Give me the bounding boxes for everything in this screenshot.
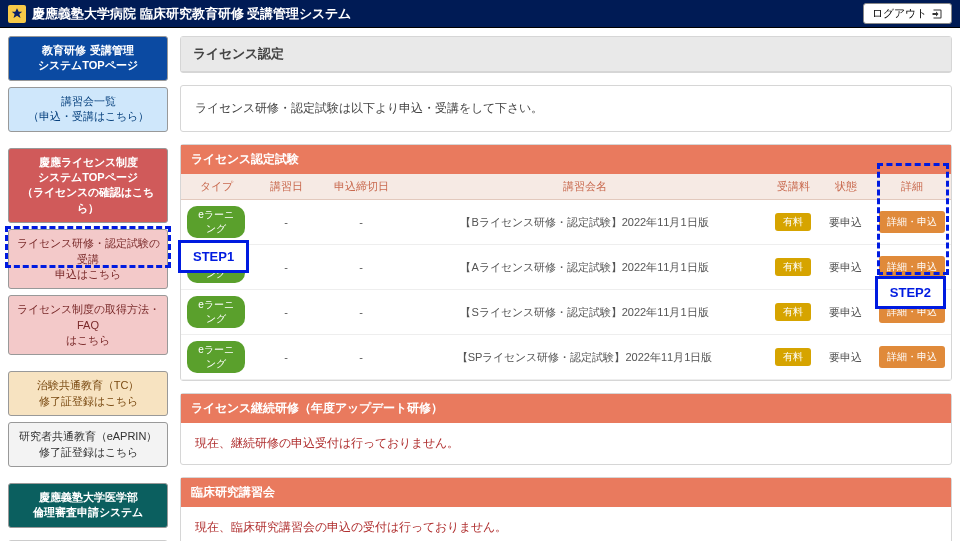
- section-clin-title: 臨床研究講習会: [181, 478, 951, 507]
- cell-name: 【Sライセンス研修・認定試験】2022年11月1日版: [401, 290, 768, 335]
- table-row: eラーニング--【Sライセンス研修・認定試験】2022年11月1日版有料要申込詳…: [181, 290, 951, 335]
- cell-date: -: [251, 290, 321, 335]
- logo-icon: [8, 5, 26, 23]
- cell-deadline: -: [321, 335, 401, 380]
- type-pill: eラーニング: [187, 251, 245, 283]
- site-title: 慶應義塾大学病院 臨床研究教育研修 受講管理システム: [32, 5, 351, 23]
- cell-deadline: -: [321, 200, 401, 245]
- detail-apply-button[interactable]: 詳細・申込: [879, 346, 945, 368]
- table-row: eラーニング--【Aライセンス研修・認定試験】2022年11月1日版有料要申込詳…: [181, 245, 951, 290]
- cell-deadline: -: [321, 245, 401, 290]
- cell-name: 【Bライセンス研修・認定試験】2022年11月1日版: [401, 200, 768, 245]
- col-status: 状態: [818, 174, 873, 200]
- type-pill: eラーニング: [187, 206, 245, 238]
- cell-status: 要申込: [818, 245, 873, 290]
- exam-table: タイプ 講習日 申込締切日 講習会名 受講料 状態 詳細 eラーニング--【Bラ…: [181, 174, 951, 380]
- col-date: 講習日: [251, 174, 321, 200]
- sidebar-irb[interactable]: 慶應義塾大学医学部 倫理審査申請システム: [8, 483, 168, 528]
- cell-date: -: [251, 245, 321, 290]
- sidebar-top-pink[interactable]: 慶應ライセンス制度 システムTOPページ （ライセンスの確認はこちら）: [8, 148, 168, 224]
- cell-name: 【Aライセンス研修・認定試験】2022年11月1日版: [401, 245, 768, 290]
- sidebar: 教育研修 受講管理 システムTOPページ 講習会一覧 （申込・受講はこちら） 慶…: [8, 36, 168, 541]
- table-row: eラーニング--【SPライセンス研修・認定試験】2022年11月1日版有料要申込…: [181, 335, 951, 380]
- page-title: ライセンス認定: [181, 37, 951, 72]
- section-cont-msg: 現在、継続研修の申込受付は行っておりません。: [181, 423, 951, 464]
- col-type: タイプ: [181, 174, 251, 200]
- table-row: eラーニング--【Bライセンス研修・認定試験】2022年11月1日版有料要申込詳…: [181, 200, 951, 245]
- sidebar-eaprin[interactable]: 研究者共通教育（eAPRIN） 修了証登録はこちら: [8, 422, 168, 467]
- col-detail: 詳細: [873, 174, 951, 200]
- type-pill: eラーニング: [187, 341, 245, 373]
- col-fee: 受講料: [768, 174, 818, 200]
- cell-date: -: [251, 335, 321, 380]
- exam-panel: ライセンス認定試験 タイプ 講習日 申込締切日 講習会名 受講料 状態 詳細 e…: [180, 144, 952, 381]
- cell-deadline: -: [321, 290, 401, 335]
- fee-badge: 有料: [775, 348, 811, 366]
- sidebar-tc[interactable]: 治験共通教育（TC） 修了証登録はこちら: [8, 371, 168, 416]
- cell-name: 【SPライセンス研修・認定試験】2022年11月1日版: [401, 335, 768, 380]
- fee-badge: 有料: [775, 258, 811, 276]
- col-name: 講習会名: [401, 174, 768, 200]
- section-exam-title: ライセンス認定試験: [181, 145, 951, 174]
- logout-button[interactable]: ログアウト: [863, 3, 952, 24]
- section-clin-msg: 現在、臨床研究講習会の申込の受付は行っておりません。: [181, 507, 951, 541]
- sidebar-top-blue[interactable]: 教育研修 受講管理 システムTOPページ: [8, 36, 168, 81]
- detail-apply-button[interactable]: 詳細・申込: [879, 211, 945, 233]
- detail-apply-button[interactable]: 詳細・申込: [879, 256, 945, 278]
- cell-status: 要申込: [818, 335, 873, 380]
- fee-badge: 有料: [775, 303, 811, 321]
- cell-status: 要申込: [818, 290, 873, 335]
- cell-status: 要申込: [818, 200, 873, 245]
- detail-apply-button[interactable]: 詳細・申込: [879, 301, 945, 323]
- fee-badge: 有料: [775, 213, 811, 231]
- logout-icon: [931, 8, 943, 20]
- sidebar-license-faq[interactable]: ライセンス制度の取得方法・FAQ はこちら: [8, 295, 168, 355]
- cell-date: -: [251, 200, 321, 245]
- col-deadline: 申込締切日: [321, 174, 401, 200]
- type-pill: eラーニング: [187, 296, 245, 328]
- intro-text: ライセンス研修・認定試験は以下より申込・受講をして下さい。: [181, 86, 951, 131]
- top-bar: 慶應義塾大学病院 臨床研究教育研修 受講管理システム ログアウト: [0, 0, 960, 28]
- section-cont-title: ライセンス継続研修（年度アップデート研修）: [181, 394, 951, 423]
- main-content: ライセンス認定 ライセンス研修・認定試験は以下より申込・受講をして下さい。 ライ…: [180, 36, 952, 541]
- sidebar-license-apply[interactable]: ライセンス研修・認定試験の受講 申込はこちら: [8, 229, 168, 289]
- sidebar-course-list[interactable]: 講習会一覧 （申込・受講はこちら）: [8, 87, 168, 132]
